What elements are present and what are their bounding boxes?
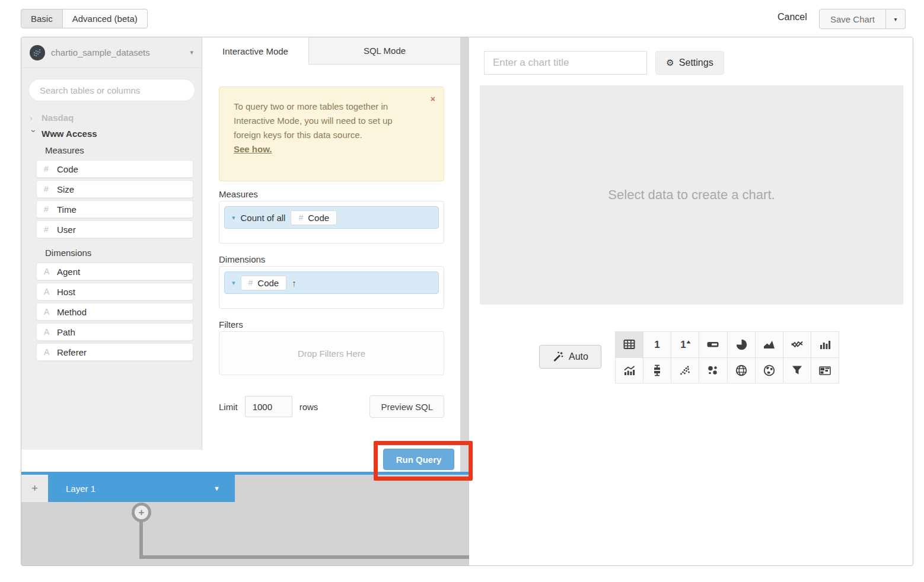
chart-type-single-value-trend[interactable]: 1 [671,332,699,358]
table-item-nasdaq[interactable]: › Nasdaq [21,110,202,126]
svg-text:1: 1 [681,339,686,350]
number-icon: # [298,213,303,222]
table-item-www-access[interactable]: › Www Access [21,126,202,142]
measure-field-user[interactable]: User # User [36,220,193,238]
chart-type-pie[interactable] [728,332,756,358]
field-label: Agent [57,267,80,277]
dimension-field-referer[interactable]: A Referer [36,343,193,361]
add-connector-button[interactable]: + [132,503,151,522]
chart-type-table[interactable] [616,332,643,358]
limit-input[interactable] [245,396,292,417]
chart-type-grid: 1 1 [615,331,839,383]
dimension-field-host[interactable]: A Host [36,283,193,300]
cancel-button[interactable]: Cancel [778,12,807,23]
save-chart-button[interactable]: Save Chart [819,9,886,29]
chart-type-scatter[interactable] [671,358,699,384]
measure-field-size[interactable]: # Size [36,180,193,198]
basic-tab[interactable]: Basic [21,9,63,28]
chart-type-area[interactable] [756,332,783,358]
dimension-field-path[interactable]: A Path [36,323,193,341]
dataset-name: chartio_sample_datasets [51,47,150,57]
see-how-link[interactable]: See how. [234,142,272,156]
add-layer-button[interactable]: + [21,475,48,502]
auto-label: Auto [569,351,588,362]
preview-sql-button[interactable]: Preview SQL [369,395,444,418]
chart-type-pivot-table[interactable] [811,358,839,384]
dimensions-dropzone[interactable]: ▾ # Code ↑ [219,266,444,309]
pie-icon [735,338,747,350]
dimensions-label: Dimensions [219,254,265,264]
filters-placeholder: Drop Filters Here [298,348,365,359]
workspace: chartio_sample_datasets ▾ › Nasdaq › Www… [21,37,913,566]
measure-field-code[interactable]: # Code [36,160,193,178]
field-label: Referer [57,347,87,357]
world-map-icon [763,364,775,376]
chart-type-bubble[interactable] [699,358,727,384]
dimension-field-method[interactable]: A Method [36,303,193,321]
sidebar-bottom-strip [21,450,202,472]
measure-pill[interactable]: ▾ Count of all # Code [224,206,439,229]
measure-field-time[interactable]: # Time [36,200,193,218]
dimension-pill[interactable]: ▾ # Code ↑ [224,271,439,294]
aggregation-label: Count of all [241,213,286,223]
chart-builder-page: Basic Advanced (beta) Cancel Save Chart … [0,0,924,582]
pivot-table-icon [819,364,831,376]
chart-type-bar-line[interactable] [616,358,643,384]
measures-label: Measures [219,189,258,199]
single-value-icon: 1 [651,338,663,350]
chart-type-grid-map[interactable] [728,358,756,384]
chevron-down-icon: › [30,129,38,139]
chart-panel: ⚙ Settings Select data to create a chart… [469,37,913,566]
limit-row: Limit rows Preview SQL [219,395,444,418]
rows-label: rows [299,402,318,412]
measures-header: Measures [45,145,202,155]
measures-dropzone[interactable]: ▾ Count of all # Code [219,201,444,244]
field-label: Path [57,327,75,337]
chevron-down-icon[interactable]: ▾ [232,279,235,287]
run-query-button[interactable]: Run Query [383,449,454,470]
top-bar: Basic Advanced (beta) Cancel Save Chart … [0,0,924,37]
chart-type-bar[interactable] [811,332,839,358]
advanced-tab[interactable]: Advanced (beta) [63,9,148,28]
sort-ascending-icon[interactable]: ↑ [292,278,297,288]
text-icon: A [44,287,57,296]
save-chart-split-button: Save Chart ▾ [819,9,906,29]
chart-title-input[interactable] [484,51,647,75]
grid-map-icon [735,364,747,376]
layer-tab[interactable]: Layer 1 ▼ [48,475,235,502]
data-sidebar: chartio_sample_datasets ▾ › Nasdaq › Www… [21,37,202,450]
dimension-field-agent[interactable]: A Agent [36,263,193,280]
chevron-down-icon[interactable]: ▾ [232,214,235,222]
chart-type-box-plot[interactable] [643,358,671,384]
filters-dropzone[interactable]: Drop Filters Here [219,331,444,375]
text-icon: A [44,347,57,357]
chart-type-funnel[interactable] [783,358,811,384]
text-icon: A [44,267,57,276]
chevron-down-icon[interactable]: ▼ [214,485,220,492]
chart-type-bullet[interactable] [699,332,727,358]
tab-sql-mode[interactable]: SQL Mode [309,37,460,65]
layers-area: + Layer 1 ▼ + [21,472,469,566]
box-plot-icon [651,364,663,376]
close-icon[interactable]: × [431,94,435,104]
number-icon: # [44,184,57,194]
chart-type-line[interactable] [783,332,811,358]
number-icon: # [44,225,57,234]
bar-line-icon [623,364,635,376]
tab-interactive-mode[interactable]: Interactive Mode [202,37,309,65]
chevron-down-icon: ▾ [894,16,897,23]
chart-type-single-value[interactable]: 1 [643,332,671,358]
dataset-selector[interactable]: chartio_sample_datasets ▾ [21,37,202,68]
table-icon [623,338,635,350]
search-input[interactable] [28,79,195,101]
settings-button[interactable]: ⚙ Settings [655,51,724,75]
measure-field-chip[interactable]: # Code [291,210,337,225]
auto-chart-button[interactable]: Auto [539,345,601,369]
area-icon [763,338,775,350]
dimension-field-chip[interactable]: # Code [241,276,287,290]
save-chart-caret-button[interactable]: ▾ [886,9,906,29]
chart-type-world-map[interactable] [756,358,783,384]
field-label: Size [57,184,74,194]
warning-text: To query two or more tables together in … [234,101,393,140]
field-label: Code [257,278,279,288]
